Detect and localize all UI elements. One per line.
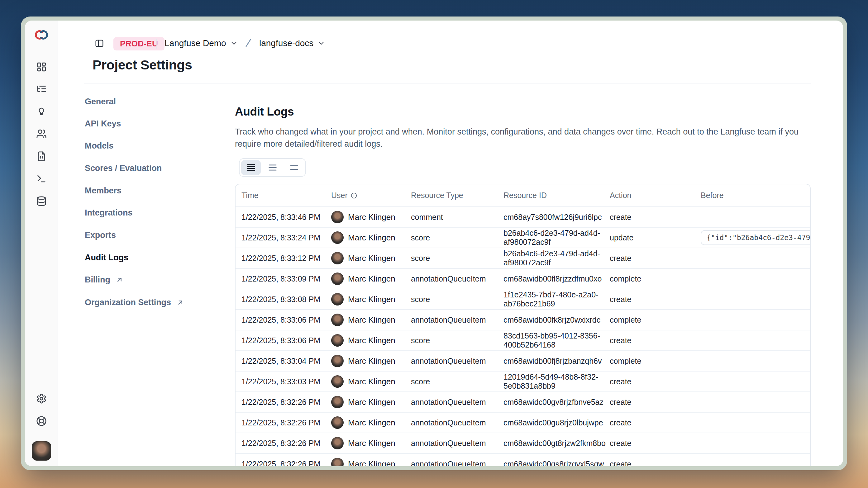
terminal-icon[interactable] [36, 173, 47, 184]
table-header-row: Time User Resource Type Resource ID Acti… [236, 184, 810, 207]
row-avatar [331, 293, 344, 305]
cell-resource-type: score [411, 233, 503, 242]
column-header-before: Before [701, 191, 810, 200]
table-body: 1/22/2025, 8:33:46 PM Marc Klingen comme… [236, 207, 810, 466]
cell-action: create [610, 213, 701, 222]
app-window: PROD-EU Langfuse Demo langfuse-docs Proj… [21, 17, 847, 470]
cell-user: Marc Klingen [331, 314, 411, 326]
file-code-icon[interactable] [36, 151, 47, 162]
cell-user: Marc Klingen [331, 437, 411, 449]
cell-action: update [610, 233, 701, 242]
settings-nav-item-billing[interactable]: Billing [85, 273, 123, 287]
breadcrumb-org-label: Langfuse Demo [164, 38, 226, 48]
table-row[interactable]: 1/22/2025, 8:32:26 PM Marc Klingen annot… [236, 413, 810, 433]
table-row[interactable]: 1/22/2025, 8:32:26 PM Marc Klingen annot… [236, 433, 810, 454]
cell-user: Marc Klingen [331, 231, 411, 244]
row-avatar [331, 355, 344, 367]
cell-resource-id: b26ab4c6-d2e3-479d-ad4d-af980072ac9f [503, 249, 610, 267]
cell-time: 1/22/2025, 8:33:09 PM [236, 274, 331, 283]
page-title: Project Settings [93, 57, 192, 72]
cell-user: Marc Klingen [331, 252, 411, 264]
cell-resource-id: cm68awidc00gs8rjzgvxl5sqw [503, 460, 610, 466]
before-json-preview[interactable]: {"id":"b26ab4c6-d2e3-479d-a [701, 230, 811, 245]
column-header-time: Time [236, 191, 331, 200]
cell-resource-type: annotationQueueItem [411, 439, 503, 448]
table-row[interactable]: 1/22/2025, 8:33:09 PM Marc Klingen annot… [236, 269, 810, 289]
cell-time: 1/22/2025, 8:33:12 PM [236, 254, 331, 263]
settings-gear-icon[interactable] [36, 393, 47, 404]
sidebar-toggle-button[interactable] [95, 39, 104, 49]
breadcrumb-org-dropdown[interactable]: Langfuse Demo [164, 36, 238, 50]
settings-nav-item-members[interactable]: Members [85, 184, 122, 197]
cell-time: 1/22/2025, 8:32:26 PM [236, 398, 331, 407]
settings-nav-item-scores-evaluation[interactable]: Scores / Evaluation [85, 161, 162, 175]
cell-resource-id: cm68awidb00fl8rjzzdfmu0xo [503, 274, 610, 283]
cell-action: complete [610, 357, 701, 366]
cell-action: complete [610, 274, 701, 283]
cell-resource-id: 12019d64-5d49-48b8-8f32-5e0b831a8bb9 [503, 372, 610, 391]
settings-nav-item-models[interactable]: Models [85, 139, 114, 153]
cell-time: 1/22/2025, 8:33:03 PM [236, 377, 331, 386]
cell-time: 1/22/2025, 8:33:06 PM [236, 336, 331, 345]
settings-nav-item-integrations[interactable]: Integrations [85, 206, 132, 220]
lightbulb-icon[interactable] [36, 106, 47, 117]
column-header-resource-id: Resource ID [503, 191, 610, 200]
database-icon[interactable] [36, 196, 47, 206]
table-row[interactable]: 1/22/2025, 8:33:46 PM Marc Klingen comme… [236, 207, 810, 228]
table-row[interactable]: 1/22/2025, 8:33:08 PM Marc Klingen score… [236, 289, 810, 310]
langfuse-logo-icon[interactable] [35, 30, 48, 40]
table-row[interactable]: 1/22/2025, 8:32:26 PM Marc Klingen annot… [236, 392, 810, 413]
settings-nav-item-organization-settings[interactable]: Organization Settings [85, 296, 184, 309]
row-height-short-button[interactable] [284, 160, 304, 175]
cell-resource-type: score [411, 254, 503, 263]
cell-resource-type: annotationQueueItem [411, 418, 503, 427]
row-height-medium-button[interactable] [262, 160, 282, 175]
audit-logs-description: Track who changed what in your project a… [235, 126, 800, 150]
table-row[interactable]: 1/22/2025, 8:33:06 PM Marc Klingen annot… [236, 310, 810, 330]
cell-before: {"id":"b26ab4c6-d2e3-479d-a [701, 230, 811, 245]
settings-nav-item-general[interactable]: General [85, 95, 116, 108]
settings-nav-item-api-keys[interactable]: API Keys [85, 117, 121, 130]
table-row[interactable]: 1/22/2025, 8:32:26 PM Marc Klingen annot… [236, 454, 810, 466]
table-row[interactable]: 1/22/2025, 8:33:04 PM Marc Klingen annot… [236, 351, 810, 371]
app-icon-rail [25, 21, 58, 466]
row-avatar [331, 252, 344, 264]
cell-time: 1/22/2025, 8:33:46 PM [236, 213, 331, 222]
chevron-down-icon [317, 39, 325, 47]
cell-resource-id: cm68awidc00gv8rjzfbnve5az [503, 398, 610, 407]
row-avatar [331, 458, 344, 466]
cell-resource-id: cm68awidb00fk8rjz0wxixrdc [503, 316, 610, 325]
external-link-icon [176, 299, 184, 306]
cell-action: create [610, 398, 701, 407]
cell-action: create [610, 418, 701, 427]
cell-action: create [610, 336, 701, 345]
user-avatar[interactable] [32, 441, 51, 461]
users-icon[interactable] [36, 129, 47, 139]
cell-action: create [610, 295, 701, 304]
cell-action: complete [610, 316, 701, 325]
column-header-action: Action [610, 191, 701, 200]
settings-nav-item-exports[interactable]: Exports [85, 228, 116, 242]
breadcrumb-project-dropdown[interactable]: langfuse-docs [259, 36, 325, 50]
row-height-tall-button[interactable] [241, 160, 261, 175]
cell-time: 1/22/2025, 8:32:26 PM [236, 439, 331, 448]
cell-user: Marc Klingen [331, 211, 411, 223]
settings-nav-item-audit-logs[interactable]: Audit Logs [85, 251, 128, 264]
cell-time: 1/22/2025, 8:32:26 PM [236, 460, 331, 466]
cell-user: Marc Klingen [331, 375, 411, 388]
info-icon[interactable] [350, 192, 358, 199]
cell-user: Marc Klingen [331, 293, 411, 305]
cell-user: Marc Klingen [331, 458, 411, 466]
cell-time: 1/22/2025, 8:33:08 PM [236, 295, 331, 304]
dashboard-icon[interactable] [36, 62, 47, 72]
table-row[interactable]: 1/22/2025, 8:33:24 PM Marc Klingen score… [236, 228, 810, 248]
life-buoy-icon[interactable] [36, 416, 47, 426]
list-tree-icon[interactable] [36, 84, 47, 94]
table-row[interactable]: 1/22/2025, 8:33:12 PM Marc Klingen score… [236, 248, 810, 269]
row-avatar [331, 437, 344, 449]
cell-user: Marc Klingen [331, 355, 411, 367]
table-row[interactable]: 1/22/2025, 8:33:03 PM Marc Klingen score… [236, 371, 810, 392]
table-row[interactable]: 1/22/2025, 8:33:06 PM Marc Klingen score… [236, 330, 810, 351]
cell-user: Marc Klingen [331, 396, 411, 408]
cell-resource-id: cm68awidc00gt8rjzw2fkm8bo [503, 439, 610, 448]
